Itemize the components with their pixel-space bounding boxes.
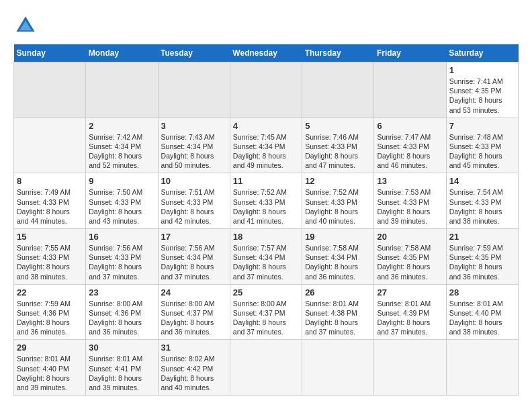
col-friday: Friday <box>374 44 446 62</box>
empty-cell <box>446 340 518 396</box>
col-wednesday: Wednesday <box>230 44 302 62</box>
table-row: 22 Sunrise: 7:59 AM Sunset: 4:36 PM Dayl… <box>14 284 86 340</box>
col-sunday: Sunday <box>14 44 86 62</box>
table-row: 28 Sunrise: 8:01 AM Sunset: 4:40 PM Dayl… <box>446 284 518 340</box>
table-row: 4 Sunrise: 7:45 AM Sunset: 4:34 PM Dayli… <box>230 118 302 173</box>
empty-cell <box>374 62 446 118</box>
empty-cell <box>230 340 302 396</box>
table-row: 10 Sunrise: 7:51 AM Sunset: 4:33 PM Dayl… <box>158 173 230 229</box>
calendar-row: 22 Sunrise: 7:59 AM Sunset: 4:36 PM Dayl… <box>14 284 519 340</box>
table-row: 6 Sunrise: 7:47 AM Sunset: 4:33 PM Dayli… <box>374 118 446 173</box>
table-row: 20 Sunrise: 7:58 AM Sunset: 4:35 PM Dayl… <box>374 229 446 285</box>
table-row: 24 Sunrise: 8:00 AM Sunset: 4:37 PM Dayl… <box>158 284 230 340</box>
table-row: 7 Sunrise: 7:48 AM Sunset: 4:33 PM Dayli… <box>446 118 518 173</box>
table-row: 19 Sunrise: 7:58 AM Sunset: 4:34 PM Dayl… <box>302 229 374 285</box>
col-thursday: Thursday <box>302 44 374 62</box>
table-row: 27 Sunrise: 8:01 AM Sunset: 4:39 PM Dayl… <box>374 284 446 340</box>
empty-cell <box>374 340 446 396</box>
table-row: 25 Sunrise: 8:00 AM Sunset: 4:37 PM Dayl… <box>230 284 302 340</box>
table-row: 3 Sunrise: 7:43 AM Sunset: 4:34 PM Dayli… <box>158 118 230 173</box>
calendar-table: Sunday Monday Tuesday Wednesday Thursday… <box>13 44 519 396</box>
empty-cell <box>230 62 302 118</box>
table-row: 5 Sunrise: 7:46 AM Sunset: 4:33 PM Dayli… <box>302 118 374 173</box>
table-row: 17 Sunrise: 7:56 AM Sunset: 4:34 PM Dayl… <box>158 229 230 285</box>
table-row: 30 Sunrise: 8:01 AM Sunset: 4:41 PM Dayl… <box>86 340 158 396</box>
table-row: 9 Sunrise: 7:50 AM Sunset: 4:33 PM Dayli… <box>86 173 158 229</box>
empty-cell <box>14 118 86 173</box>
empty-cell <box>86 62 158 118</box>
col-monday: Monday <box>86 44 158 62</box>
logo-icon <box>13 13 38 38</box>
table-row: 18 Sunrise: 7:57 AM Sunset: 4:34 PM Dayl… <box>230 229 302 285</box>
table-row: 15 Sunrise: 7:55 AM Sunset: 4:33 PM Dayl… <box>14 229 86 285</box>
table-row: 12 Sunrise: 7:52 AM Sunset: 4:33 PM Dayl… <box>302 173 374 229</box>
col-tuesday: Tuesday <box>158 44 230 62</box>
calendar-row: 1 Sunrise: 7:41 AM Sunset: 4:35 PM Dayli… <box>14 62 519 118</box>
page-header <box>13 13 519 38</box>
empty-cell <box>302 340 374 396</box>
calendar-row: 8 Sunrise: 7:49 AM Sunset: 4:33 PM Dayli… <box>14 173 519 229</box>
table-row: 11 Sunrise: 7:52 AM Sunset: 4:33 PM Dayl… <box>230 173 302 229</box>
logo <box>13 13 42 38</box>
table-row: 31 Sunrise: 8:02 AM Sunset: 4:42 PM Dayl… <box>158 340 230 396</box>
empty-cell <box>14 62 86 118</box>
calendar-row: 2 Sunrise: 7:42 AM Sunset: 4:34 PM Dayli… <box>14 118 519 173</box>
table-row: 13 Sunrise: 7:53 AM Sunset: 4:33 PM Dayl… <box>374 173 446 229</box>
table-row: 23 Sunrise: 8:00 AM Sunset: 4:36 PM Dayl… <box>86 284 158 340</box>
empty-cell <box>158 62 230 118</box>
table-row: 16 Sunrise: 7:56 AM Sunset: 4:33 PM Dayl… <box>86 229 158 285</box>
calendar-row: 29 Sunrise: 8:01 AM Sunset: 4:40 PM Dayl… <box>14 340 519 396</box>
col-saturday: Saturday <box>446 44 518 62</box>
table-row: 8 Sunrise: 7:49 AM Sunset: 4:33 PM Dayli… <box>14 173 86 229</box>
table-row: 26 Sunrise: 8:01 AM Sunset: 4:38 PM Dayl… <box>302 284 374 340</box>
empty-cell <box>302 62 374 118</box>
table-row: 14 Sunrise: 7:54 AM Sunset: 4:33 PM Dayl… <box>446 173 518 229</box>
table-row: 21 Sunrise: 7:59 AM Sunset: 4:35 PM Dayl… <box>446 229 518 285</box>
table-row: 29 Sunrise: 8:01 AM Sunset: 4:40 PM Dayl… <box>14 340 86 396</box>
header-row: Sunday Monday Tuesday Wednesday Thursday… <box>14 44 519 62</box>
table-row: 2 Sunrise: 7:42 AM Sunset: 4:34 PM Dayli… <box>86 118 158 173</box>
calendar-row: 15 Sunrise: 7:55 AM Sunset: 4:33 PM Dayl… <box>14 229 519 285</box>
table-row: 1 Sunrise: 7:41 AM Sunset: 4:35 PM Dayli… <box>446 62 518 118</box>
